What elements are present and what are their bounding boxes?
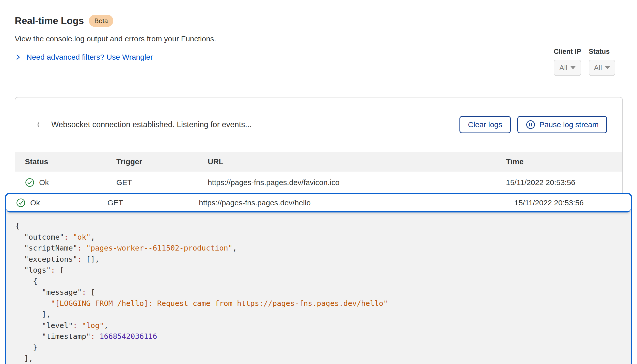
wrangler-row: Need advanced filters? Use Wrangler xyxy=(15,53,622,61)
code-line: "message": [ xyxy=(15,287,626,298)
log-toolbar: Websocket connection established. Listen… xyxy=(15,97,622,152)
table-header: Status Trigger URL Time xyxy=(15,152,622,172)
column-header-url: URL xyxy=(208,157,506,166)
code-line: "outcome": "ok", xyxy=(15,232,626,243)
beta-badge: Beta xyxy=(89,15,113,27)
code-line: "logs": [ xyxy=(15,265,626,276)
filters: Client IP All Status All xyxy=(554,48,615,76)
clear-logs-label: Clear logs xyxy=(468,120,502,129)
code-line: { xyxy=(15,221,626,232)
status-value: Ok xyxy=(30,198,40,207)
log-json-detail: { "outcome": "ok", "scriptName": "pages-… xyxy=(6,212,631,364)
status-filter-label: Status xyxy=(589,48,615,56)
pause-icon xyxy=(526,120,535,129)
chevron-right-icon xyxy=(15,54,21,60)
time-value: 15/11/2022 20:53:56 xyxy=(506,178,613,187)
websocket-status-message: Websocket connection established. Listen… xyxy=(51,120,459,129)
column-header-trigger: Trigger xyxy=(116,157,208,166)
column-header-status: Status xyxy=(25,157,116,166)
url-value: https://pages-fns.pages.dev/favicon.ico xyxy=(208,178,506,187)
client-ip-dropdown[interactable]: All xyxy=(554,60,581,76)
code-line: ], xyxy=(15,309,626,320)
spinner-icon xyxy=(37,121,45,128)
status-cell: Ok xyxy=(16,198,107,208)
code-line: { xyxy=(15,276,626,287)
code-line: "[LOGGING FROM /hello]: Request came fro… xyxy=(15,298,626,309)
client-ip-filter: Client IP All xyxy=(554,48,581,76)
log-card: Websocket connection established. Listen… xyxy=(15,97,623,193)
status-filter-value: All xyxy=(594,64,602,72)
code-line: "scriptName": "pages-worker--611502-prod… xyxy=(15,243,626,254)
client-ip-value: All xyxy=(559,64,567,72)
pause-log-stream-label: Pause log stream xyxy=(539,120,599,129)
success-check-icon xyxy=(25,178,35,187)
page-title: Real-time Logs xyxy=(15,15,84,26)
caret-down-icon xyxy=(605,66,610,69)
pause-log-stream-button[interactable]: Pause log stream xyxy=(517,116,607,133)
code-line: "exceptions": [], xyxy=(15,254,626,265)
clear-logs-button[interactable]: Clear logs xyxy=(459,116,511,133)
time-value: 15/11/2022 20:53:56 xyxy=(514,198,621,207)
trigger-value: GET xyxy=(116,178,208,187)
column-header-time: Time xyxy=(506,157,613,166)
code-line: "level": "log", xyxy=(15,320,626,331)
trigger-value: GET xyxy=(107,198,199,207)
success-check-icon xyxy=(16,198,26,208)
title-row: Real-time Logs Beta xyxy=(15,15,622,27)
page-subtitle: View the console.log output and errors f… xyxy=(15,35,622,43)
status-dropdown[interactable]: All xyxy=(589,60,615,76)
caret-down-icon xyxy=(570,66,576,69)
client-ip-label: Client IP xyxy=(554,48,581,56)
expanded-log-entry: Ok GET https://pages-fns.pages.dev/hello… xyxy=(5,193,632,364)
log-row-hello-selected[interactable]: Ok GET https://pages-fns.pages.dev/hello… xyxy=(6,194,631,212)
code-line: } xyxy=(15,342,626,353)
status-value: Ok xyxy=(39,178,49,187)
code-line: ], xyxy=(15,353,626,364)
log-row-favicon[interactable]: Ok GET https://pages-fns.pages.dev/favic… xyxy=(15,172,622,193)
url-value: https://pages-fns.pages.dev/hello xyxy=(199,198,514,207)
toolbar-buttons: Clear logs Pause log stream xyxy=(459,116,607,133)
status-filter: Status All xyxy=(589,48,615,76)
page-header: Real-time Logs Beta View the console.log… xyxy=(0,0,637,61)
wrangler-link[interactable]: Need advanced filters? Use Wrangler xyxy=(26,53,153,61)
code-line: "timestamp": 1668542036116 xyxy=(15,331,626,342)
status-cell: Ok xyxy=(25,178,116,187)
